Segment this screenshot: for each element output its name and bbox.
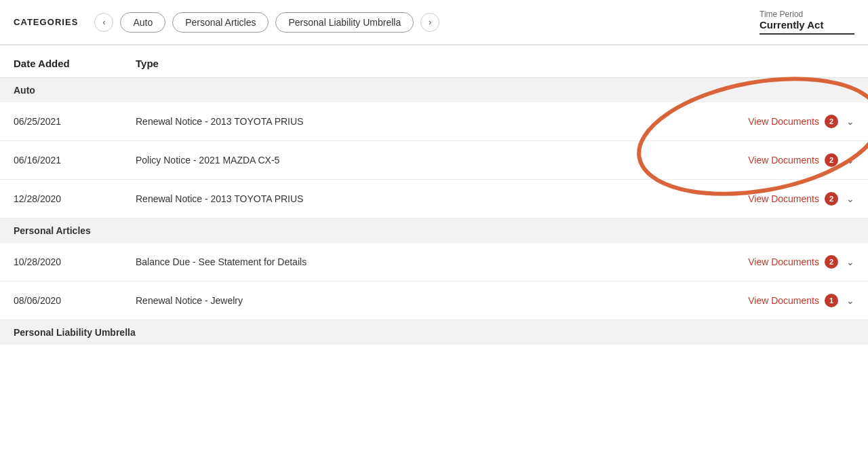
table-row: 06/16/2021 Policy Notice - 2021 MAZDA CX… (0, 141, 868, 180)
prev-arrow-button[interactable]: ‹ (94, 13, 113, 32)
type-cell: Renewal Notice - 2013 TOYOTA PRIUS (136, 116, 705, 127)
category-tabs: Auto Personal Articles Personal Liabilit… (120, 12, 414, 33)
table-row: 08/06/2020 Renewal Notice - Jewelry View… (0, 282, 868, 320)
document-count-badge: 2 (825, 115, 838, 128)
section-personal-articles: Personal Articles (0, 218, 868, 243)
view-documents-link[interactable]: View Documents (748, 116, 819, 127)
chevron-down-icon[interactable]: ⌄ (846, 116, 854, 127)
type-cell: Renewal Notice - 2013 TOYOTA PRIUS (136, 193, 705, 204)
action-cell: View Documents 2 ⌄ (705, 255, 854, 269)
col-action-header (705, 58, 854, 69)
section-auto: Auto (0, 78, 868, 102)
chevron-down-icon[interactable]: ⌄ (846, 193, 854, 204)
action-cell: View Documents 2 ⌄ (705, 192, 854, 206)
time-period-label: Time Period (760, 9, 854, 19)
section-personal-liability-umbrella: Personal Liability Umbrella (0, 320, 868, 345)
table-header: Date Added Type (0, 45, 868, 78)
view-documents-link[interactable]: View Documents (748, 295, 819, 306)
next-arrow-icon: › (429, 17, 431, 27)
type-cell: Renewal Notice - Jewelry (136, 295, 705, 306)
document-count-badge: 1 (825, 294, 838, 307)
action-cell: View Documents 1 ⌄ (705, 294, 854, 307)
document-count-badge: 2 (825, 255, 838, 269)
view-documents-link[interactable]: View Documents (748, 155, 819, 166)
view-documents-link[interactable]: View Documents (748, 193, 819, 204)
time-period-value: Currently Act (760, 19, 823, 31)
document-count-badge: 2 (825, 192, 838, 206)
time-period-section: Time Period Currently Act (760, 9, 854, 35)
tab-personal-liability-umbrella[interactable]: Personal Liability Umbrella (275, 12, 414, 33)
prev-arrow-icon: ‹ (102, 17, 105, 27)
table-row: 06/25/2021 Renewal Notice - 2013 TOYOTA … (0, 102, 868, 141)
header-bar: CATEGORIES ‹ Auto Personal Articles Pers… (0, 0, 868, 45)
type-cell: Balance Due - See Statement for Details (136, 256, 705, 267)
tab-personal-articles[interactable]: Personal Articles (172, 12, 269, 33)
col-type-header: Type (136, 58, 705, 69)
table-row: 12/28/2020 Renewal Notice - 2013 TOYOTA … (0, 180, 868, 218)
table-row: 10/28/2020 Balance Due - See Statement f… (0, 243, 868, 282)
page-wrapper: CATEGORIES ‹ Auto Personal Articles Pers… (0, 0, 868, 345)
type-cell: Policy Notice - 2021 MAZDA CX-5 (136, 155, 705, 166)
date-cell: 10/28/2020 (14, 256, 136, 267)
date-cell: 06/25/2021 (14, 116, 136, 127)
date-cell: 06/16/2021 (14, 155, 136, 166)
action-cell: View Documents 2 ⌄ (705, 115, 854, 128)
chevron-down-icon[interactable]: ⌄ (846, 295, 854, 306)
col-date-header: Date Added (14, 58, 136, 69)
date-cell: 08/06/2020 (14, 295, 136, 306)
action-cell: View Documents 2 ⌄ (705, 153, 854, 167)
view-documents-link[interactable]: View Documents (748, 256, 819, 267)
date-cell: 12/28/2020 (14, 193, 136, 204)
chevron-down-icon[interactable]: ⌄ (846, 256, 854, 267)
categories-label: CATEGORIES (14, 17, 78, 27)
document-count-badge: 2 (825, 153, 838, 167)
tab-auto[interactable]: Auto (120, 12, 165, 33)
table-container: Date Added Type Auto 06/25/2021 Renewal … (0, 45, 868, 345)
next-arrow-button[interactable]: › (420, 13, 439, 32)
chevron-down-icon[interactable]: ⌄ (846, 155, 854, 166)
